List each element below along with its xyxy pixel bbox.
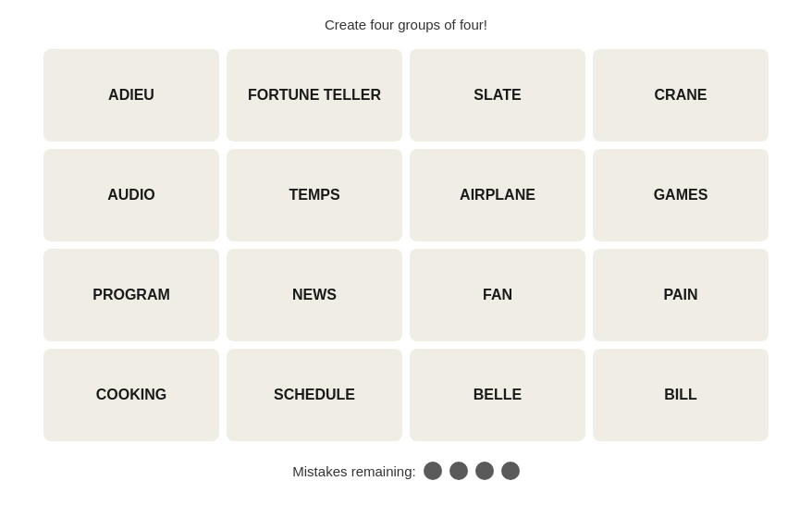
tile-11[interactable]: PAIN — [593, 249, 769, 341]
tile-10[interactable]: FAN — [410, 249, 585, 341]
mistake-dot-1 — [424, 462, 442, 480]
mistake-dot-2 — [449, 462, 468, 480]
tile-14[interactable]: BELLE — [410, 349, 585, 441]
mistakes-label: Mistakes remaining: — [292, 463, 415, 479]
tile-grid: ADIEUFORTUNE TELLERSLATECRANEAUDIOTEMPSA… — [43, 49, 769, 441]
tile-13[interactable]: SCHEDULE — [227, 349, 402, 441]
subtitle: Create four groups of four! — [325, 17, 487, 32]
tile-12[interactable]: COOKING — [43, 349, 219, 441]
tile-0[interactable]: ADIEU — [43, 49, 219, 142]
tile-8[interactable]: PROGRAM — [43, 249, 219, 341]
tile-3[interactable]: CRANE — [593, 49, 769, 142]
tile-5[interactable]: TEMPS — [227, 149, 402, 241]
tile-1[interactable]: FORTUNE TELLER — [227, 49, 402, 142]
tile-15[interactable]: BILL — [593, 349, 769, 441]
mistakes-row: Mistakes remaining: — [292, 462, 519, 480]
mistake-dot-4 — [501, 462, 520, 480]
tile-2[interactable]: SLATE — [410, 49, 585, 142]
mistake-dot-3 — [475, 462, 494, 480]
tile-6[interactable]: AIRPLANE — [410, 149, 585, 241]
tile-4[interactable]: AUDIO — [43, 149, 219, 241]
tile-9[interactable]: NEWS — [227, 249, 402, 341]
tile-7[interactable]: GAMES — [593, 149, 769, 241]
